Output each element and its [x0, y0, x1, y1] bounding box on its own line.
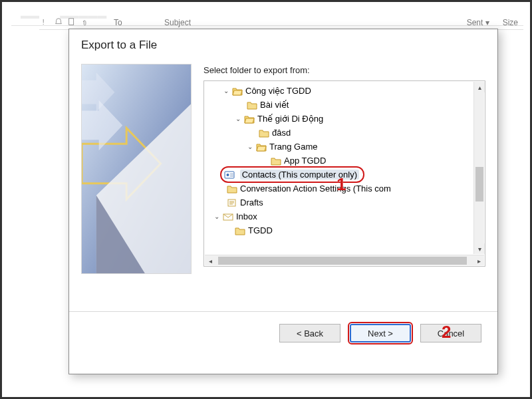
- scroll-up-icon[interactable]: ▴: [474, 82, 485, 92]
- tree-item-label: TGDD: [248, 224, 273, 237]
- folder-icon: [259, 128, 269, 138]
- scroll-thumb[interactable]: [218, 257, 467, 265]
- open-folder-icon: [232, 86, 243, 96]
- inbox-icon: [223, 212, 233, 221]
- drafts-icon: [227, 198, 237, 207]
- tree-item-label: Thế giới Di Động: [257, 112, 323, 126]
- svg-rect-8: [225, 172, 234, 178]
- column-headers: To Subject Sent ▾ Size: [39, 15, 523, 30]
- folder-icon: [271, 156, 281, 166]
- col-subject-label: Subject: [164, 18, 191, 27]
- wizard-button-row: < Back Next > Cancel: [69, 312, 497, 342]
- tree-item[interactable]: ⌄ Trang Game: [209, 140, 473, 154]
- scroll-thumb[interactable]: [475, 167, 483, 201]
- tree-item[interactable]: Conversation Action Settings (This com: [209, 182, 473, 196]
- tree-item-label: Inbox: [236, 210, 257, 223]
- folder-icon: [227, 184, 237, 194]
- svg-point-9: [227, 174, 229, 176]
- wizard-illustration: [81, 64, 192, 274]
- tree-item-label: Trang Game: [269, 140, 318, 154]
- collapse-toggle-icon[interactable]: ⌄: [221, 84, 231, 98]
- col-to-label: To: [114, 18, 164, 27]
- tab-all-blur: ▬▬: [21, 10, 39, 21]
- tree-item[interactable]: App TGDD: [209, 154, 473, 168]
- dialog-title: Export to a File: [69, 29, 497, 59]
- tree-item[interactable]: TGDD: [209, 223, 473, 237]
- back-button[interactable]: < Back: [279, 324, 340, 342]
- folder-icon: [247, 100, 257, 110]
- scroll-down-icon[interactable]: ▾: [474, 243, 485, 254]
- prompt-label: Select folder to export from:: [203, 65, 485, 75]
- open-folder-icon: [256, 142, 267, 152]
- svg-rect-11: [230, 176, 233, 176]
- tree-item[interactable]: ⌄ Thế giới Di Động: [209, 112, 473, 126]
- tree-item-label: đâsd: [272, 126, 291, 140]
- scroll-left-icon[interactable]: ◂: [205, 255, 215, 266]
- col-size-label: Size: [503, 18, 518, 27]
- tree-item[interactable]: đâsd: [209, 126, 473, 140]
- scroll-right-icon[interactable]: ▸: [473, 255, 484, 266]
- col-sent-label: Sent ▾: [467, 18, 489, 27]
- tree-item-label: Drafts: [240, 196, 263, 209]
- tree-item[interactable]: ⌄ Inbox: [209, 209, 473, 223]
- tree-item[interactable]: Drafts: [209, 196, 473, 209]
- tree-item-label: Contacts (This computer only): [240, 170, 359, 180]
- next-button[interactable]: Next >: [350, 324, 411, 342]
- contacts-icon: [224, 170, 235, 180]
- tree-item-label: Bài viết: [260, 98, 289, 112]
- folder-icon: [235, 226, 245, 235]
- folder-tree[interactable]: ⌄ Công việc TGDD Bài viết: [203, 80, 485, 267]
- svg-rect-10: [230, 174, 233, 174]
- collapse-toggle-icon[interactable]: ⌄: [212, 210, 221, 223]
- horizontal-scrollbar[interactable]: ◂ ▸: [205, 255, 484, 265]
- cancel-button[interactable]: Cancel: [420, 324, 481, 342]
- vertical-scrollbar[interactable]: ▴ ▾: [473, 82, 484, 254]
- tree-item[interactable]: ⌄ Công việc TGDD: [209, 84, 473, 98]
- tree-item[interactable]: Bài viết: [209, 98, 473, 112]
- collapse-toggle-icon[interactable]: ⌄: [233, 112, 243, 126]
- tree-item-label: Công việc TGDD: [245, 84, 311, 98]
- export-wizard-dialog: Export to a File Select folder to export: [68, 29, 498, 374]
- tree-item-label: App TGDD: [284, 154, 326, 168]
- collapse-toggle-icon[interactable]: ⌄: [245, 140, 255, 154]
- open-folder-icon: [244, 114, 255, 124]
- tree-item-label: Conversation Action Settings (This com: [240, 182, 391, 196]
- tree-item-contacts[interactable]: Contacts (This computer only): [209, 168, 473, 182]
